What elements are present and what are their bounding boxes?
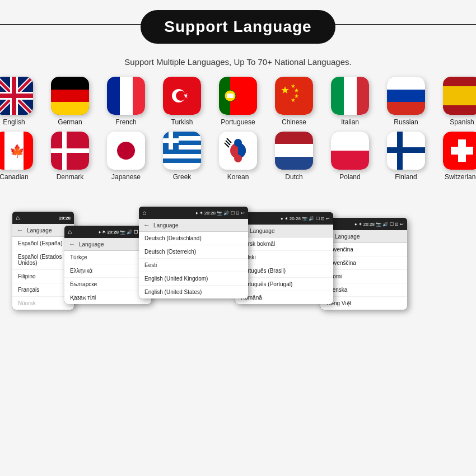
flag-label-chinese: Chinese <box>282 118 306 126</box>
subtitle: Support Multiple Languages, Up To 70+ Na… <box>0 57 476 67</box>
lang-item[interactable]: Eesti <box>139 259 248 272</box>
page-title: Support Language <box>141 10 335 44</box>
svg-rect-76 <box>387 147 425 153</box>
lang-item[interactable]: Deutsch (Österreich) <box>139 245 248 259</box>
lang-label-2: Language <box>79 241 104 248</box>
svg-rect-15 <box>107 77 120 115</box>
svg-rect-10 <box>51 89 89 102</box>
svg-point-49 <box>117 142 135 160</box>
flag-item-greek: Greek <box>159 132 205 181</box>
svg-text:★: ★ <box>291 97 296 103</box>
back-arrow-1: ← <box>17 226 24 234</box>
svg-rect-12 <box>51 77 89 90</box>
flag-item-korean: Korean <box>215 132 261 181</box>
svg-rect-33 <box>331 77 344 115</box>
flag-item-poland: Poland <box>327 132 373 181</box>
svg-rect-38 <box>443 86 476 105</box>
lang-item[interactable]: Deutsch (Deutschland) <box>139 232 248 245</box>
flag-item-switzerland: Switzerland <box>439 132 476 181</box>
lang-header-5: ← Language <box>320 230 407 243</box>
flag-label-greek: Greek <box>173 173 192 181</box>
svg-rect-24 <box>227 94 234 98</box>
lang-item[interactable]: Қазақ тілі <box>64 291 151 304</box>
svg-rect-79 <box>451 147 473 155</box>
lang-label-4: Language <box>250 228 275 234</box>
screen-card-3: ⌂ ♦ ✶ 20:28 📷 🔊 ☐ ⊡ ↩ ← Language Deutsch… <box>139 207 248 298</box>
lang-item[interactable]: Български <box>64 278 151 291</box>
lang-item[interactable]: Suomi <box>320 270 407 283</box>
lang-label-1: Language <box>27 227 52 234</box>
flag-label-russian: Russian <box>394 118 418 126</box>
flag-chinese: ★ ★ ★ ★ ★ <box>275 77 313 115</box>
svg-rect-55 <box>163 150 201 154</box>
home-icon-3: ⌂ <box>142 209 146 217</box>
svg-rect-8 <box>12 77 16 115</box>
svg-rect-39 <box>443 77 476 86</box>
lang-label-5: Language <box>335 234 360 240</box>
lang-list-3: Deutsch (Deutschland) Deutsch (Österreic… <box>139 232 248 298</box>
flag-japanese <box>107 132 145 170</box>
time-1: 20:28 <box>59 216 71 221</box>
flag-item-spanish: Spanish <box>439 77 476 126</box>
flag-spanish <box>443 77 476 115</box>
flag-item-english: English <box>0 77 37 126</box>
svg-rect-43 <box>24 132 33 170</box>
svg-rect-57 <box>163 158 201 163</box>
screens-section: ⌂ 20:28 ← Language Español (España) Espa… <box>0 192 476 310</box>
svg-rect-58 <box>163 163 201 170</box>
svg-text:🍁: 🍁 <box>10 143 25 158</box>
lang-item[interactable]: Ελληνικά <box>64 264 151 278</box>
flag-label-dutch: Dutch <box>285 173 302 181</box>
flags-row-2: 🍁 Canadian Denmark <box>0 132 476 181</box>
lang-header-3: ← Language <box>139 219 248 232</box>
svg-rect-71 <box>275 157 313 170</box>
svg-point-65 <box>234 155 242 162</box>
back-arrow-2: ← <box>69 240 76 248</box>
flag-item-turkish: Turkish <box>159 77 205 126</box>
lang-item[interactable]: Slovenčina <box>320 243 407 256</box>
lang-item[interactable]: Polski <box>235 251 333 264</box>
flag-label-denmark: Denmark <box>57 173 84 181</box>
flag-portuguese <box>219 77 257 115</box>
svg-rect-61 <box>163 138 179 143</box>
flag-item-canadian: 🍁 Canadian <box>0 132 37 181</box>
flag-label-korean: Korean <box>227 173 249 181</box>
flag-label-finland: Finland <box>395 173 417 181</box>
svg-rect-42 <box>0 132 4 170</box>
flags-row-1: English German Fr <box>0 77 476 126</box>
lang-item[interactable]: Svenska <box>320 283 407 297</box>
flag-label-italian: Italian <box>341 118 359 126</box>
lang-item[interactable]: Türkçe <box>64 251 151 264</box>
svg-rect-56 <box>163 154 201 158</box>
flag-item-portuguese: Portuguese <box>215 77 261 126</box>
svg-rect-36 <box>387 102 425 115</box>
lang-item[interactable]: English (United States) <box>139 286 248 298</box>
flag-item-german: German <box>47 77 93 126</box>
lang-item[interactable]: Tiếng Việt <box>320 297 407 310</box>
lang-header-4: ← Language <box>235 225 333 237</box>
flag-turkish <box>163 77 201 115</box>
flag-item-russian: Russian <box>383 77 429 126</box>
svg-text:★: ★ <box>281 85 290 96</box>
flag-switzerland <box>443 132 476 170</box>
screen-card-5: ⌂ ♦ ✶ 20:28 📷 🔊 ☐ ⊡ ↩ ← Language Slovenč… <box>320 218 407 310</box>
flag-item-finland: Finland <box>383 132 429 181</box>
back-arrow-3: ← <box>143 221 150 229</box>
lang-item[interactable]: Português (Portugal) <box>235 278 333 291</box>
lang-item[interactable]: Português (Brasil) <box>235 264 333 278</box>
lang-item[interactable]: English (United Kingdom) <box>139 272 248 286</box>
flag-greek <box>163 132 201 170</box>
lang-item[interactable]: Slovenščina <box>320 256 407 270</box>
svg-rect-7 <box>0 94 33 98</box>
home-icon-1: ⌂ <box>16 214 20 222</box>
flag-italian <box>331 77 369 115</box>
flag-item-dutch: Dutch <box>271 132 317 181</box>
svg-rect-73 <box>331 132 369 151</box>
screen-card-2: ⌂ ♦ ✶ 20:28 📷 🔊 ☐ ⊡ ↩ ← Language Türkçe … <box>64 226 151 304</box>
lang-item[interactable]: Norsk bokmål <box>235 237 333 251</box>
flag-label-portuguese: Portuguese <box>221 118 255 126</box>
flag-label-poland: Poland <box>339 173 360 181</box>
lang-item[interactable]: Română <box>235 291 333 304</box>
home-icon-2: ⌂ <box>68 228 72 236</box>
flag-label-switzerland: Switzerland <box>445 173 476 181</box>
